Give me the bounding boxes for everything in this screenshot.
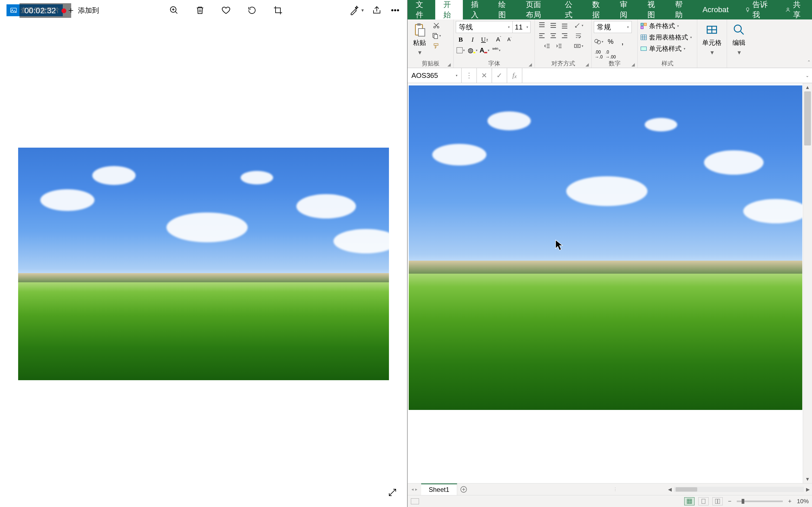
scroll-up-button[interactable]: ▲ bbox=[803, 83, 812, 92]
decrease-indent-button[interactable] bbox=[543, 42, 552, 50]
tab-review[interactable]: 审阅 bbox=[612, 0, 639, 19]
percent-format-button[interactable]: % bbox=[606, 37, 615, 46]
format-as-table-button[interactable]: 套用表格格式▾ bbox=[640, 33, 692, 42]
formula-input[interactable] bbox=[522, 68, 802, 83]
increase-font-button[interactable]: Aˆ bbox=[494, 35, 503, 44]
page-break-view-button[interactable] bbox=[712, 497, 723, 505]
cells-button[interactable]: 单元格▾ bbox=[699, 21, 724, 58]
align-bottom-button[interactable] bbox=[560, 21, 569, 30]
zoom-percentage[interactable]: 10% bbox=[797, 498, 809, 505]
align-left-button[interactable] bbox=[537, 32, 547, 40]
zoom-button[interactable] bbox=[169, 5, 180, 16]
cell-styles-button[interactable]: 单元格样式▾ bbox=[640, 44, 685, 54]
tab-home[interactable]: 开始 bbox=[435, 0, 463, 19]
phonetic-button[interactable]: wén▾ bbox=[492, 46, 501, 55]
sheet-tab-sheet1[interactable]: Sheet1 bbox=[421, 484, 457, 495]
increase-decimal-button[interactable]: .00→.0 bbox=[594, 50, 604, 59]
name-box[interactable]: AOS365▾ bbox=[408, 68, 462, 83]
sheet-nav[interactable]: ◂▸ bbox=[408, 484, 421, 495]
underline-button[interactable]: U▾ bbox=[479, 35, 489, 44]
number-format-select[interactable]: 常规▾ bbox=[594, 21, 632, 33]
svg-rect-19 bbox=[641, 26, 643, 29]
tab-draw[interactable]: 绘图 bbox=[490, 0, 518, 19]
page-layout-view-button[interactable] bbox=[698, 497, 709, 505]
tell-me-button[interactable]: 告诉我 bbox=[737, 0, 777, 19]
zoom-slider-thumb[interactable] bbox=[742, 499, 744, 504]
align-right-button[interactable] bbox=[560, 32, 569, 40]
vertical-scrollbar[interactable]: ▲ ▼ bbox=[803, 83, 812, 483]
rotate-button[interactable] bbox=[247, 5, 257, 16]
horizontal-scrollbar[interactable]: ◀ ▶ bbox=[666, 484, 812, 495]
splitter-handle[interactable]: ⋮ bbox=[614, 484, 617, 495]
font-name-select[interactable]: 等线▾ bbox=[456, 21, 513, 33]
tab-page-layout[interactable]: 页面布局 bbox=[518, 0, 557, 19]
fill-color-button[interactable]: ◍▾ bbox=[468, 46, 477, 55]
dialog-launcher-icon[interactable]: ◢ bbox=[631, 62, 635, 67]
scroll-thumb[interactable] bbox=[675, 487, 697, 492]
font-color-button[interactable]: A▾ bbox=[479, 46, 489, 55]
delete-button[interactable] bbox=[195, 5, 205, 16]
decrease-decimal-button[interactable]: .0→.00 bbox=[606, 50, 615, 59]
font-size-value: 11 bbox=[515, 23, 523, 32]
decrease-font-button[interactable]: Aˇ bbox=[505, 35, 514, 44]
collapse-ribbon-button[interactable]: ˆ bbox=[808, 60, 810, 66]
edit-menu-button[interactable]: ▾ bbox=[349, 5, 364, 16]
fx-button[interactable]: fx bbox=[507, 68, 522, 83]
scroll-track[interactable] bbox=[674, 487, 804, 492]
tab-acrobat[interactable]: Acrobat bbox=[694, 0, 737, 19]
zoom-in-button[interactable]: + bbox=[786, 498, 793, 505]
wrap-text-button[interactable] bbox=[572, 32, 585, 40]
merge-button[interactable]: ▾ bbox=[572, 42, 585, 50]
worksheet-area[interactable]: ▲ ▼ bbox=[408, 83, 812, 483]
scroll-left-button[interactable]: ◀ bbox=[666, 487, 674, 492]
tab-help[interactable]: 帮助 bbox=[667, 0, 695, 19]
font-size-select[interactable]: 11▾ bbox=[513, 21, 530, 33]
align-top-button[interactable] bbox=[537, 21, 547, 30]
displayed-image[interactable] bbox=[18, 148, 389, 380]
tab-file[interactable]: 文件 bbox=[408, 0, 435, 19]
bold-button[interactable]: B bbox=[456, 35, 465, 44]
add-sheet-button[interactable] bbox=[457, 484, 470, 495]
macro-record-button[interactable] bbox=[411, 498, 419, 504]
italic-button[interactable]: I bbox=[468, 35, 477, 44]
dialog-launcher-icon[interactable]: ◢ bbox=[528, 62, 532, 67]
more-button[interactable] bbox=[390, 5, 401, 16]
cells-label: 单元格 bbox=[702, 39, 722, 47]
borders-button[interactable]: ▾ bbox=[456, 46, 465, 55]
comma-format-button[interactable]: , bbox=[618, 37, 627, 46]
confirm-formula-button[interactable]: ✓ bbox=[492, 68, 507, 83]
format-painter-button[interactable] bbox=[432, 42, 441, 50]
dialog-launcher-icon[interactable]: ◢ bbox=[586, 62, 589, 67]
cancel-formula-button[interactable]: ✕ bbox=[477, 68, 492, 83]
scroll-down-button[interactable]: ▼ bbox=[803, 475, 812, 483]
increase-indent-button[interactable] bbox=[554, 42, 564, 50]
favorite-button[interactable] bbox=[220, 5, 232, 16]
editing-button[interactable]: 编辑▾ bbox=[729, 21, 749, 58]
dialog-launcher-icon[interactable]: ◢ bbox=[447, 62, 451, 67]
scroll-thumb[interactable] bbox=[804, 92, 811, 146]
tab-formulas[interactable]: 公式 bbox=[557, 0, 585, 19]
share-button[interactable] bbox=[371, 5, 382, 16]
conditional-format-button[interactable]: 条件格式▾ bbox=[640, 21, 679, 31]
share-label: 共享 bbox=[793, 0, 804, 20]
copy-button[interactable]: ▾ bbox=[432, 32, 441, 40]
align-middle-button[interactable] bbox=[548, 21, 558, 30]
align-center-button[interactable] bbox=[548, 32, 558, 40]
expand-formula-bar-button[interactable]: ⌄ bbox=[802, 68, 812, 83]
scroll-track[interactable] bbox=[803, 92, 812, 475]
tab-insert[interactable]: 插入 bbox=[463, 0, 491, 19]
zoom-slider[interactable] bbox=[737, 501, 783, 502]
tab-data[interactable]: 数据 bbox=[584, 0, 612, 19]
normal-view-button[interactable] bbox=[684, 497, 695, 505]
cloud-decor bbox=[241, 171, 273, 184]
paste-button[interactable]: 粘贴 ▾ bbox=[410, 21, 429, 58]
orientation-button[interactable]: ▾ bbox=[572, 21, 585, 30]
zoom-out-button[interactable]: − bbox=[726, 498, 733, 505]
crop-button[interactable] bbox=[272, 5, 284, 16]
share-button[interactable]: 共享 bbox=[777, 0, 812, 19]
scroll-right-button[interactable]: ▶ bbox=[804, 487, 812, 492]
fullscreen-button[interactable] bbox=[387, 487, 398, 498]
tab-view[interactable]: 视图 bbox=[639, 0, 667, 19]
accounting-format-button[interactable]: ▾ bbox=[594, 37, 604, 46]
cut-button[interactable] bbox=[432, 21, 441, 30]
